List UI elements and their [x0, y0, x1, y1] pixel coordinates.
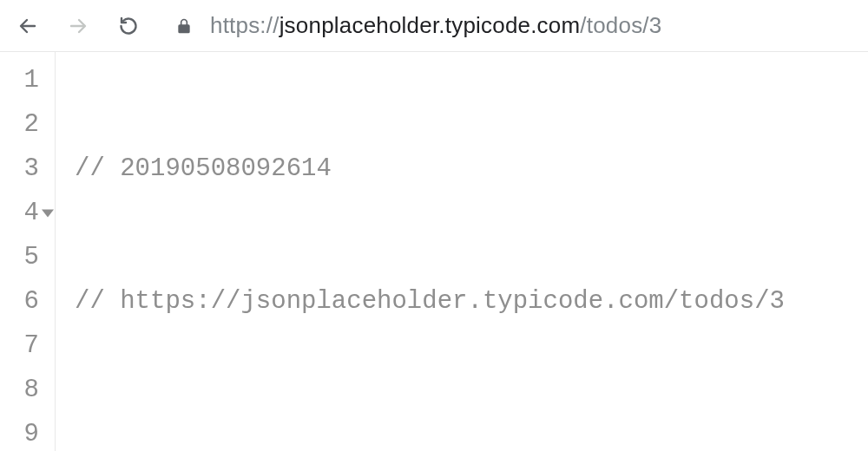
- line-number: 2: [0, 102, 55, 147]
- reload-icon: [118, 16, 139, 36]
- reload-button[interactable]: [116, 14, 141, 38]
- code-line: // https://jsonplaceholder.typicode.com/…: [75, 279, 785, 324]
- line-number: 4: [0, 191, 55, 235]
- line-number: 6: [0, 279, 55, 324]
- forward-button[interactable]: [66, 14, 90, 38]
- browser-toolbar: https://jsonplaceholder.typicode.com/tod…: [0, 0, 868, 52]
- nav-buttons: [16, 14, 141, 38]
- line-number: 1: [0, 58, 55, 102]
- forward-arrow-icon: [68, 16, 89, 36]
- line-number: 9: [0, 412, 55, 451]
- line-number-gutter: 1 2 3 4 5 6 7 8 9: [0, 52, 56, 451]
- code-line: // 20190508092614: [75, 147, 785, 191]
- comment-token: //: [75, 287, 120, 316]
- lock-icon: [175, 16, 194, 36]
- code-content[interactable]: // 20190508092614 // https://jsonplaceho…: [56, 52, 785, 451]
- back-button[interactable]: [16, 14, 40, 38]
- address-bar[interactable]: https://jsonplaceholder.typicode.com/tod…: [175, 12, 661, 39]
- comment-token: https://jsonplaceholder.typicode.com/tod…: [120, 287, 785, 316]
- back-arrow-icon: [17, 16, 38, 36]
- comment-token: //: [75, 154, 120, 183]
- line-number: 5: [0, 235, 55, 279]
- code-viewer: 1 2 3 4 5 6 7 8 9 // 20190508092614 // h…: [0, 52, 868, 451]
- fold-toggle-icon[interactable]: [42, 209, 54, 217]
- line-number: 3: [0, 147, 55, 191]
- url-text: https://jsonplaceholder.typicode.com/tod…: [210, 12, 661, 39]
- comment-token: 20190508092614: [120, 154, 332, 183]
- url-protocol: https://: [210, 12, 279, 38]
- url-host: jsonplaceholder.typicode.com: [279, 12, 581, 38]
- code-line: [75, 412, 785, 451]
- url-path: /todos/3: [580, 12, 661, 38]
- line-number: 7: [0, 324, 55, 368]
- line-number-text: 4: [24, 199, 39, 227]
- line-number: 8: [0, 368, 55, 412]
